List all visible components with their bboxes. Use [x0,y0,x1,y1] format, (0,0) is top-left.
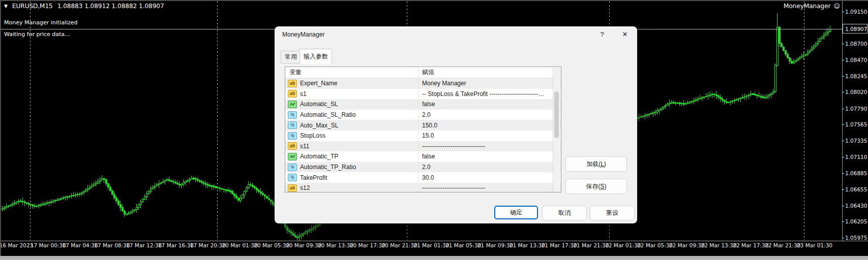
ea-status-label[interactable]: MoneyManager ☺ [784,3,840,10]
svg-text:17 Mar 08:30: 17 Mar 08:30 [94,242,130,248]
svg-text:23 Mar 01:30: 23 Mar 01:30 [797,242,832,248]
param-type-icon [288,153,297,160]
svg-text:21 Mar 17:30: 21 Mar 17:30 [542,242,577,248]
svg-text:1.05975: 1.05975 [845,235,867,241]
param-type-icon: ab [288,184,297,192]
svg-text:17 Mar 20:30: 17 Mar 20:30 [190,242,226,248]
value-column-header: 赋值 [418,67,561,78]
param-value-cell[interactable]: false [418,99,561,110]
ea-smiley-icon: ☺ [833,3,840,10]
param-value-cell[interactable]: 2.0 [418,110,561,120]
svg-text:1.08245: 1.08245 [845,73,867,79]
param-value-cell[interactable]: ------------------------------- [418,141,561,152]
param-value-cell[interactable]: false [418,151,561,162]
param-value-cell[interactable]: -- StopLoss & TakeProfit ---------------… [418,89,561,100]
param-name: TakeProfit [300,174,327,181]
param-value-cell[interactable]: 150.0 [418,120,561,131]
svg-text:1.06655: 1.06655 [845,186,867,192]
param-type-icon: ab [288,142,297,150]
cancel-button[interactable]: 取消 [542,206,587,220]
journal-line-waiting: Waiting for price data... [4,31,70,38]
current-price-tag: 1.08907 [843,24,867,34]
param-type-icon: ½ [288,164,297,171]
dialog-titlebar[interactable]: MoneyManager ? ✕ [275,26,637,43]
svg-text:21 Mar 09:30: 21 Mar 09:30 [477,242,513,248]
svg-text:1.08470: 1.08470 [845,57,867,63]
table-scrollbar[interactable] [553,68,560,192]
svg-text:20 Mar 09:30: 20 Mar 09:30 [286,242,321,248]
chart-ohlc-header: ▼ EURUSD,M15 1.08883 1.08912 1.08882 1.0… [4,3,164,10]
svg-text:21 Mar 01:30: 21 Mar 01:30 [413,242,449,248]
param-row-StopLoss[interactable]: ½ StopLoss 15.0 [285,131,561,141]
param-row-Automatic_TP[interactable]: Automatic_TP false [285,151,561,162]
tab-inputs[interactable]: 输入参数 [300,49,332,64]
param-type-icon: ½ [288,132,297,140]
param-value: ------------------------------- [422,184,485,191]
svg-text:1.06430: 1.06430 [845,203,867,209]
param-value-cell[interactable]: 2.0 [418,162,561,173]
svg-text:1.06205: 1.06205 [845,218,867,224]
ea-properties-dialog: MoneyManager ? ✕ 常用 输入参数 变量 赋值 ab Expert… [275,26,637,223]
svg-text:1.07565: 1.07565 [845,121,867,127]
chart-dropdown-icon[interactable]: ▼ [4,4,8,9]
param-row-Expert_Name[interactable]: ab Expert_Name Money Manager [285,78,561,89]
svg-text:1.08020: 1.08020 [845,89,867,95]
param-row-Automatic_SL_Ratio[interactable]: ½ Automatic_SL_Ratio 2.0 [285,110,561,120]
param-name: s12 [300,184,310,191]
help-button[interactable]: ? [597,29,607,40]
svg-text:22 Mar 13:30: 22 Mar 13:30 [701,242,737,248]
svg-text:1.08700: 1.08700 [845,41,867,47]
param-value: Money Manager [422,80,466,87]
param-row-Automatic_SL[interactable]: Automatic_SL false [285,99,561,110]
load-button[interactable]: 加载(L) [565,156,627,172]
scrollbar-thumb[interactable] [554,91,559,138]
param-name: s1 [300,90,307,98]
svg-text:21 Mar 21:30: 21 Mar 21:30 [573,242,609,248]
window-border-top [0,0,868,1]
param-row-s1[interactable]: ab s1 -- StopLoss & TakeProfit ---------… [285,89,561,100]
param-value: 30.0 [422,174,434,181]
param-value-cell[interactable]: Money Manager [418,78,561,89]
param-row-Auto_Max_SL[interactable]: ½ Auto_Max_SL 150.0 [285,120,561,131]
param-row-s11[interactable]: ab s11 ------------------------------- [285,141,561,152]
ok-button[interactable]: 确定 [494,206,538,219]
param-name: Automatic_SL_Ratio [300,111,355,118]
svg-text:1.07335: 1.07335 [845,138,867,144]
reset-button[interactable]: 重设 [590,206,635,220]
window-border-left [0,0,1,260]
param-value-cell[interactable]: 15.0 [418,131,561,141]
svg-text:22 Mar 05:30: 22 Mar 05:30 [637,242,673,248]
param-name: Automatic_TP [300,153,338,160]
svg-text:20 Mar 13:30: 20 Mar 13:30 [318,242,353,248]
param-type-icon: ½ [288,111,297,119]
dialog-title: MoneyManager [282,31,324,38]
journal-line-initialized: Money Manager initialized [4,19,78,26]
tab-common[interactable]: 常用 [281,51,301,63]
param-type-icon: ½ [288,121,297,129]
svg-text:20 Mar 21:30: 20 Mar 21:30 [382,242,417,248]
close-icon[interactable]: ✕ [619,29,631,40]
table-header-row: 变量 赋值 [285,67,561,78]
chart-ohlc-values: 1.08883 1.08912 1.08882 1.08907 [57,3,164,10]
svg-text:22 Mar 09:30: 22 Mar 09:30 [669,242,705,248]
param-value: false [422,101,435,108]
svg-text:21 Mar 05:30: 21 Mar 05:30 [445,242,481,248]
mt5-window: 1.091501.087001.084701.082451.080201.077… [0,0,868,260]
param-value-cell[interactable]: ------------------------------- [418,183,561,192]
table-body: ab Expert_Name Money Manager ab s1 -- St… [285,78,561,192]
param-value-cell[interactable]: 30.0 [418,172,561,183]
svg-text:1.06885: 1.06885 [845,170,867,176]
param-value: ------------------------------- [422,143,485,150]
save-button[interactable]: 保存(S) [565,179,627,194]
svg-text:20 Mar 17:30: 20 Mar 17:30 [350,242,385,248]
svg-text:22 Mar 01:30: 22 Mar 01:30 [605,242,641,248]
param-name: Expert_Name [300,80,337,87]
param-name: Auto_Max_SL [300,122,338,129]
param-row-TakeProfit[interactable]: ½ TakeProfit 30.0 [285,172,561,183]
param-name: Automatic_SL [300,101,338,108]
svg-text:17 Mar 04:30: 17 Mar 04:30 [63,242,98,248]
param-row-s12[interactable]: ab s12 ------------------------------- [285,183,561,192]
param-row-Automatic_TP_Ratio[interactable]: ½ Automatic_TP_Ratio 2.0 [285,162,561,173]
param-value: 2.0 [422,111,431,118]
svg-text:1.08907: 1.08907 [845,26,867,32]
